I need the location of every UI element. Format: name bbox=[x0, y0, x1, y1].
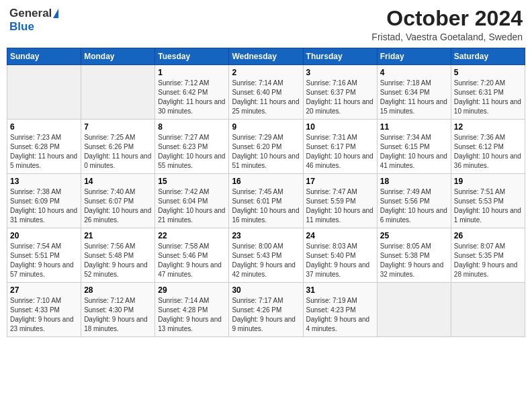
calendar-day-cell: 19 Sunrise: 7:51 AM Sunset: 5:53 PM Dayl… bbox=[451, 174, 525, 228]
day-detail: Sunrise: 7:23 AM Sunset: 6:28 PM Dayligh… bbox=[10, 133, 78, 171]
sunset-text: Sunset: 6:23 PM bbox=[158, 143, 208, 150]
day-number: 18 bbox=[380, 177, 448, 186]
calendar-day-cell: 1 Sunrise: 7:12 AM Sunset: 6:42 PM Dayli… bbox=[155, 65, 229, 120]
title-area: October 2024 Fristad, Vaestra Goetaland,… bbox=[371, 7, 523, 42]
daylight-text: Daylight: 9 hours and 9 minutes. bbox=[232, 316, 296, 332]
day-detail: Sunrise: 8:03 AM Sunset: 5:40 PM Dayligh… bbox=[306, 242, 374, 279]
calendar-table: SundayMondayTuesdayWednesdayThursdayFrid… bbox=[7, 48, 525, 337]
weekday-header-cell: Thursday bbox=[303, 48, 377, 65]
logo-blue-text: Blue bbox=[9, 20, 34, 34]
sunset-text: Sunset: 5:48 PM bbox=[84, 252, 134, 259]
day-number: 28 bbox=[84, 285, 152, 295]
sunrise-text: Sunrise: 7:51 AM bbox=[454, 188, 505, 195]
daylight-text: Daylight: 11 hours and 20 minutes. bbox=[306, 98, 373, 115]
day-detail: Sunrise: 7:19 AM Sunset: 4:23 PM Dayligh… bbox=[306, 296, 374, 334]
sunset-text: Sunset: 6:40 PM bbox=[232, 89, 281, 96]
daylight-text: Daylight: 10 hours and 51 minutes. bbox=[232, 152, 299, 169]
day-number: 25 bbox=[380, 231, 448, 240]
sunrise-text: Sunrise: 7:56 AM bbox=[84, 242, 135, 250]
day-detail: Sunrise: 7:17 AM Sunset: 4:26 PM Dayligh… bbox=[232, 296, 300, 334]
day-detail: Sunrise: 7:34 AM Sunset: 6:15 PM Dayligh… bbox=[380, 133, 448, 171]
daylight-text: Daylight: 9 hours and 32 minutes. bbox=[380, 261, 444, 278]
calendar-day-cell: 7 Sunrise: 7:25 AM Sunset: 6:26 PM Dayli… bbox=[81, 120, 155, 174]
daylight-text: Daylight: 11 hours and 30 minutes. bbox=[158, 98, 225, 115]
day-detail: Sunrise: 7:14 AM Sunset: 6:40 PM Dayligh… bbox=[232, 79, 300, 116]
sunrise-text: Sunrise: 7:38 AM bbox=[10, 188, 61, 195]
calendar-week-row: 27 Sunrise: 7:10 AM Sunset: 4:33 PM Dayl… bbox=[7, 283, 525, 337]
sunset-text: Sunset: 6:04 PM bbox=[158, 197, 208, 205]
logo: General Blue bbox=[9, 7, 58, 34]
day-number: 31 bbox=[306, 285, 374, 295]
calendar-day-cell bbox=[81, 65, 155, 120]
sunrise-text: Sunrise: 7:10 AM bbox=[10, 297, 61, 304]
sunset-text: Sunset: 6:42 PM bbox=[158, 89, 208, 96]
sunset-text: Sunset: 6:17 PM bbox=[306, 143, 356, 150]
sunrise-text: Sunrise: 7:27 AM bbox=[158, 134, 209, 141]
weekday-header-cell: Sunday bbox=[7, 48, 81, 65]
day-detail: Sunrise: 7:12 AM Sunset: 6:42 PM Dayligh… bbox=[158, 79, 226, 116]
day-detail: Sunrise: 7:47 AM Sunset: 5:59 PM Dayligh… bbox=[306, 187, 374, 225]
calendar-day-cell: 31 Sunrise: 7:19 AM Sunset: 4:23 PM Dayl… bbox=[303, 283, 377, 337]
calendar-day-cell: 10 Sunrise: 7:31 AM Sunset: 6:17 PM Dayl… bbox=[303, 120, 377, 174]
sunset-text: Sunset: 5:43 PM bbox=[232, 252, 281, 259]
daylight-text: Daylight: 10 hours and 21 minutes. bbox=[158, 207, 225, 224]
sunset-text: Sunset: 5:46 PM bbox=[158, 252, 208, 259]
logo-icon bbox=[53, 9, 58, 18]
daylight-text: Daylight: 10 hours and 55 minutes. bbox=[158, 152, 225, 169]
day-detail: Sunrise: 7:27 AM Sunset: 6:23 PM Dayligh… bbox=[158, 133, 226, 171]
day-detail: Sunrise: 7:58 AM Sunset: 5:46 PM Dayligh… bbox=[158, 242, 226, 279]
day-number: 10 bbox=[306, 122, 374, 132]
calendar-week-row: 20 Sunrise: 7:54 AM Sunset: 5:51 PM Dayl… bbox=[7, 228, 525, 283]
daylight-text: Daylight: 11 hours and 15 minutes. bbox=[380, 98, 447, 115]
sunset-text: Sunset: 4:33 PM bbox=[10, 306, 60, 314]
sunrise-text: Sunrise: 8:05 AM bbox=[380, 242, 431, 250]
sunset-text: Sunset: 6:01 PM bbox=[232, 197, 281, 205]
sunrise-text: Sunrise: 7:29 AM bbox=[232, 134, 283, 141]
sunset-text: Sunset: 4:28 PM bbox=[158, 306, 208, 314]
day-detail: Sunrise: 7:36 AM Sunset: 6:12 PM Dayligh… bbox=[454, 133, 522, 171]
calendar-day-cell: 16 Sunrise: 7:45 AM Sunset: 6:01 PM Dayl… bbox=[229, 174, 303, 228]
calendar-day-cell: 21 Sunrise: 7:56 AM Sunset: 5:48 PM Dayl… bbox=[81, 228, 155, 283]
sunrise-text: Sunrise: 7:19 AM bbox=[306, 297, 357, 304]
day-detail: Sunrise: 7:49 AM Sunset: 5:56 PM Dayligh… bbox=[380, 187, 448, 225]
day-number: 29 bbox=[158, 285, 226, 295]
day-number: 16 bbox=[232, 177, 300, 186]
sunset-text: Sunset: 5:35 PM bbox=[454, 252, 504, 259]
daylight-text: Daylight: 10 hours and 36 minutes. bbox=[454, 152, 521, 169]
sunrise-text: Sunrise: 7:42 AM bbox=[158, 188, 209, 195]
daylight-text: Daylight: 10 hours and 31 minutes. bbox=[10, 207, 77, 224]
calendar-day-cell: 6 Sunrise: 7:23 AM Sunset: 6:28 PM Dayli… bbox=[7, 120, 81, 174]
day-detail: Sunrise: 7:54 AM Sunset: 5:51 PM Dayligh… bbox=[10, 242, 78, 279]
sunset-text: Sunset: 5:59 PM bbox=[306, 197, 356, 205]
day-number: 26 bbox=[454, 231, 522, 240]
calendar-day-cell: 12 Sunrise: 7:36 AM Sunset: 6:12 PM Dayl… bbox=[451, 120, 525, 174]
day-number: 24 bbox=[306, 231, 374, 240]
calendar-day-cell: 18 Sunrise: 7:49 AM Sunset: 5:56 PM Dayl… bbox=[377, 174, 451, 228]
month-title: October 2024 bbox=[371, 7, 523, 30]
sunrise-text: Sunrise: 7:12 AM bbox=[158, 79, 209, 87]
day-detail: Sunrise: 8:00 AM Sunset: 5:43 PM Dayligh… bbox=[232, 242, 300, 279]
calendar-day-cell: 14 Sunrise: 7:40 AM Sunset: 6:07 PM Dayl… bbox=[81, 174, 155, 228]
day-number: 14 bbox=[84, 177, 152, 186]
daylight-text: Daylight: 10 hours and 6 minutes. bbox=[380, 207, 447, 224]
calendar-day-cell: 24 Sunrise: 8:03 AM Sunset: 5:40 PM Dayl… bbox=[303, 228, 377, 283]
calendar-day-cell: 20 Sunrise: 7:54 AM Sunset: 5:51 PM Dayl… bbox=[7, 228, 81, 283]
daylight-text: Daylight: 9 hours and 37 minutes. bbox=[306, 261, 370, 278]
sunset-text: Sunset: 5:38 PM bbox=[380, 252, 430, 259]
weekday-header-cell: Friday bbox=[377, 48, 451, 65]
day-detail: Sunrise: 7:14 AM Sunset: 4:28 PM Dayligh… bbox=[158, 296, 226, 334]
header: General Blue October 2024 Fristad, Vaest… bbox=[7, 7, 525, 42]
sunrise-text: Sunrise: 8:07 AM bbox=[454, 242, 505, 250]
day-number: 2 bbox=[232, 68, 300, 77]
daylight-text: Daylight: 9 hours and 13 minutes. bbox=[158, 316, 222, 332]
day-number: 5 bbox=[454, 68, 522, 77]
day-number: 15 bbox=[158, 177, 226, 186]
sunset-text: Sunset: 5:40 PM bbox=[306, 252, 356, 259]
calendar-day-cell: 3 Sunrise: 7:16 AM Sunset: 6:37 PM Dayli… bbox=[303, 65, 377, 120]
daylight-text: Daylight: 10 hours and 26 minutes. bbox=[84, 207, 151, 224]
calendar-day-cell bbox=[7, 65, 81, 120]
day-detail: Sunrise: 7:38 AM Sunset: 6:09 PM Dayligh… bbox=[10, 187, 78, 225]
day-detail: Sunrise: 7:12 AM Sunset: 4:30 PM Dayligh… bbox=[84, 296, 152, 334]
daylight-text: Daylight: 9 hours and 28 minutes. bbox=[454, 261, 518, 278]
day-number: 4 bbox=[380, 68, 448, 77]
